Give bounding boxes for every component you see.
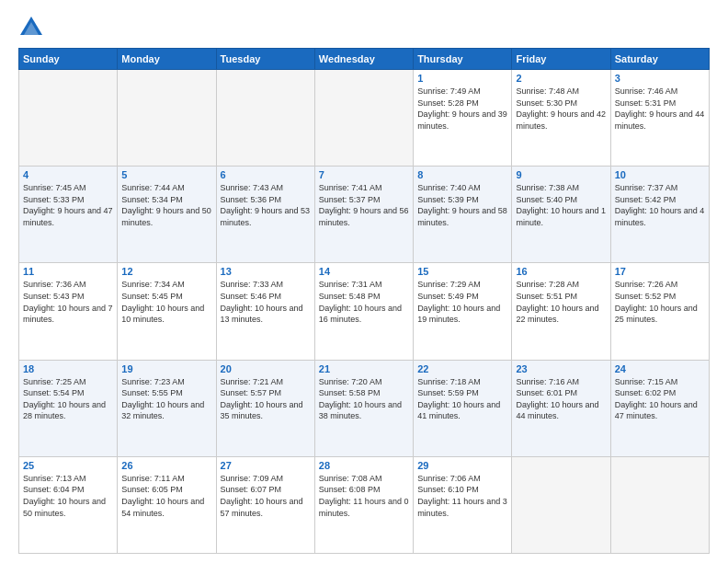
day-number: 21 (319, 363, 409, 374)
calendar-cell: 2Sunrise: 7:48 AM Sunset: 5:30 PM Daylig… (512, 70, 610, 167)
calendar-cell (610, 456, 709, 553)
day-number: 19 (121, 363, 211, 374)
day-number: 17 (615, 266, 705, 277)
calendar-cell: 1Sunrise: 7:49 AM Sunset: 5:28 PM Daylig… (414, 70, 512, 167)
calendar-cell (314, 70, 413, 167)
day-number: 6 (221, 169, 311, 180)
day-info: Sunrise: 7:37 AM Sunset: 5:42 PM Dayligh… (615, 182, 705, 228)
day-info: Sunrise: 7:31 AM Sunset: 5:48 PM Dayligh… (319, 279, 409, 325)
day-number: 26 (121, 460, 211, 471)
day-info: Sunrise: 7:45 AM Sunset: 5:33 PM Dayligh… (23, 182, 113, 228)
calendar-cell (19, 70, 118, 167)
day-info: Sunrise: 7:18 AM Sunset: 5:59 PM Dayligh… (417, 376, 507, 422)
calendar-cell (118, 70, 216, 167)
calendar-week-row: 4Sunrise: 7:45 AM Sunset: 5:33 PM Daylig… (19, 167, 710, 263)
weekday-header: Saturday (610, 49, 709, 70)
calendar-cell: 20Sunrise: 7:21 AM Sunset: 5:57 PM Dayli… (216, 360, 314, 456)
day-info: Sunrise: 7:15 AM Sunset: 6:02 PM Dayligh… (615, 376, 705, 422)
calendar-cell (512, 456, 610, 553)
day-info: Sunrise: 7:08 AM Sunset: 6:08 PM Dayligh… (319, 473, 409, 519)
calendar-cell: 27Sunrise: 7:09 AM Sunset: 6:07 PM Dayli… (216, 456, 314, 553)
calendar-cell: 25Sunrise: 7:13 AM Sunset: 6:04 PM Dayli… (19, 456, 118, 553)
calendar-week-row: 18Sunrise: 7:25 AM Sunset: 5:54 PM Dayli… (19, 360, 710, 456)
calendar-cell: 12Sunrise: 7:34 AM Sunset: 5:45 PM Dayli… (118, 263, 216, 360)
day-number: 2 (516, 73, 606, 84)
day-number: 22 (417, 363, 507, 374)
calendar-cell: 21Sunrise: 7:20 AM Sunset: 5:58 PM Dayli… (314, 360, 413, 456)
day-info: Sunrise: 7:28 AM Sunset: 5:51 PM Dayligh… (516, 279, 606, 325)
day-info: Sunrise: 7:44 AM Sunset: 5:34 PM Dayligh… (121, 182, 211, 228)
day-info: Sunrise: 7:48 AM Sunset: 5:30 PM Dayligh… (516, 86, 606, 132)
weekday-header-row: SundayMondayTuesdayWednesdayThursdayFrid… (19, 49, 710, 70)
day-number: 29 (417, 460, 507, 471)
day-number: 28 (319, 460, 409, 471)
day-number: 3 (615, 73, 705, 84)
day-info: Sunrise: 7:06 AM Sunset: 6:10 PM Dayligh… (417, 473, 507, 519)
calendar-cell: 14Sunrise: 7:31 AM Sunset: 5:48 PM Dayli… (314, 263, 413, 360)
calendar-cell: 9Sunrise: 7:38 AM Sunset: 5:40 PM Daylig… (512, 167, 610, 263)
calendar-cell: 6Sunrise: 7:43 AM Sunset: 5:36 PM Daylig… (216, 167, 314, 263)
calendar-table: SundayMondayTuesdayWednesdayThursdayFrid… (18, 48, 710, 554)
calendar-cell: 5Sunrise: 7:44 AM Sunset: 5:34 PM Daylig… (118, 167, 216, 263)
day-number: 15 (417, 266, 507, 277)
day-number: 18 (23, 363, 113, 374)
calendar-cell: 19Sunrise: 7:23 AM Sunset: 5:55 PM Dayli… (118, 360, 216, 456)
day-info: Sunrise: 7:16 AM Sunset: 6:01 PM Dayligh… (516, 376, 606, 422)
calendar-week-row: 11Sunrise: 7:36 AM Sunset: 5:43 PM Dayli… (19, 263, 710, 360)
day-number: 14 (319, 266, 409, 277)
day-number: 24 (615, 363, 705, 374)
calendar-cell: 3Sunrise: 7:46 AM Sunset: 5:31 PM Daylig… (610, 70, 709, 167)
weekday-header: Thursday (414, 49, 512, 70)
calendar-cell (216, 70, 314, 167)
day-number: 13 (221, 266, 311, 277)
day-number: 10 (615, 169, 705, 180)
weekday-header: Wednesday (314, 49, 413, 70)
day-number: 20 (221, 363, 311, 374)
day-info: Sunrise: 7:25 AM Sunset: 5:54 PM Dayligh… (23, 376, 113, 422)
calendar-cell: 11Sunrise: 7:36 AM Sunset: 5:43 PM Dayli… (19, 263, 118, 360)
weekday-header: Friday (512, 49, 610, 70)
day-info: Sunrise: 7:43 AM Sunset: 5:36 PM Dayligh… (221, 182, 311, 228)
day-info: Sunrise: 7:36 AM Sunset: 5:43 PM Dayligh… (23, 279, 113, 325)
logo-icon (18, 15, 44, 40)
day-number: 12 (121, 266, 211, 277)
calendar-week-row: 25Sunrise: 7:13 AM Sunset: 6:04 PM Dayli… (19, 456, 710, 553)
calendar-cell: 7Sunrise: 7:41 AM Sunset: 5:37 PM Daylig… (314, 167, 413, 263)
calendar-cell: 10Sunrise: 7:37 AM Sunset: 5:42 PM Dayli… (610, 167, 709, 263)
day-info: Sunrise: 7:23 AM Sunset: 5:55 PM Dayligh… (121, 376, 211, 422)
day-info: Sunrise: 7:46 AM Sunset: 5:31 PM Dayligh… (615, 86, 705, 132)
day-number: 25 (23, 460, 113, 471)
calendar-cell: 13Sunrise: 7:33 AM Sunset: 5:46 PM Dayli… (216, 263, 314, 360)
day-info: Sunrise: 7:09 AM Sunset: 6:07 PM Dayligh… (221, 473, 311, 519)
calendar-cell: 28Sunrise: 7:08 AM Sunset: 6:08 PM Dayli… (314, 456, 413, 553)
day-info: Sunrise: 7:21 AM Sunset: 5:57 PM Dayligh… (221, 376, 311, 422)
day-info: Sunrise: 7:29 AM Sunset: 5:49 PM Dayligh… (417, 279, 507, 325)
day-info: Sunrise: 7:11 AM Sunset: 6:05 PM Dayligh… (121, 473, 211, 519)
header (18, 15, 710, 40)
day-number: 5 (121, 169, 211, 180)
day-info: Sunrise: 7:33 AM Sunset: 5:46 PM Dayligh… (221, 279, 311, 325)
day-number: 27 (221, 460, 311, 471)
day-info: Sunrise: 7:34 AM Sunset: 5:45 PM Dayligh… (121, 279, 211, 325)
logo-area (18, 15, 48, 40)
weekday-header: Sunday (19, 49, 118, 70)
day-number: 23 (516, 363, 606, 374)
calendar-cell: 17Sunrise: 7:26 AM Sunset: 5:52 PM Dayli… (610, 263, 709, 360)
calendar-cell: 4Sunrise: 7:45 AM Sunset: 5:33 PM Daylig… (19, 167, 118, 263)
weekday-header: Tuesday (216, 49, 314, 70)
day-info: Sunrise: 7:41 AM Sunset: 5:37 PM Dayligh… (319, 182, 409, 228)
calendar-cell: 15Sunrise: 7:29 AM Sunset: 5:49 PM Dayli… (414, 263, 512, 360)
calendar-cell: 29Sunrise: 7:06 AM Sunset: 6:10 PM Dayli… (414, 456, 512, 553)
day-number: 1 (417, 73, 507, 84)
calendar-week-row: 1Sunrise: 7:49 AM Sunset: 5:28 PM Daylig… (19, 70, 710, 167)
calendar-cell: 16Sunrise: 7:28 AM Sunset: 5:51 PM Dayli… (512, 263, 610, 360)
page: SundayMondayTuesdayWednesdayThursdayFrid… (0, 0, 728, 563)
calendar-cell: 18Sunrise: 7:25 AM Sunset: 5:54 PM Dayli… (19, 360, 118, 456)
day-number: 11 (23, 266, 113, 277)
day-info: Sunrise: 7:49 AM Sunset: 5:28 PM Dayligh… (417, 86, 507, 132)
calendar-cell: 24Sunrise: 7:15 AM Sunset: 6:02 PM Dayli… (610, 360, 709, 456)
calendar-cell: 8Sunrise: 7:40 AM Sunset: 5:39 PM Daylig… (414, 167, 512, 263)
calendar-cell: 22Sunrise: 7:18 AM Sunset: 5:59 PM Dayli… (414, 360, 512, 456)
calendar-cell: 26Sunrise: 7:11 AM Sunset: 6:05 PM Dayli… (118, 456, 216, 553)
day-number: 7 (319, 169, 409, 180)
